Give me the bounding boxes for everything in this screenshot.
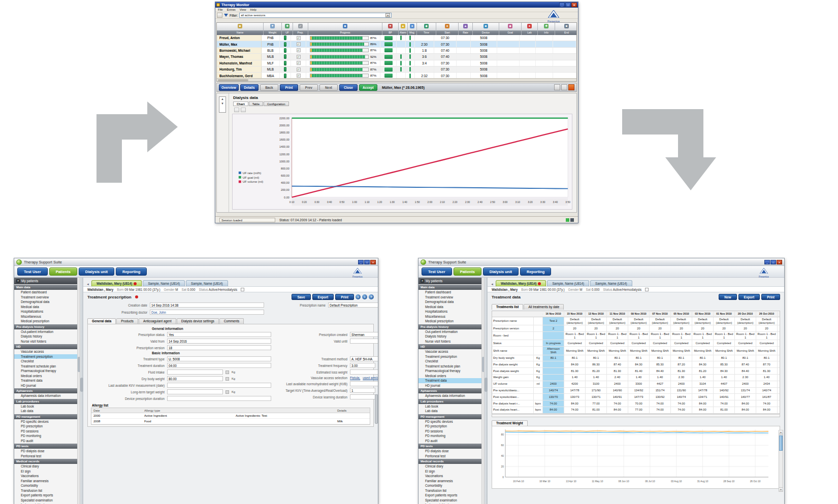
- panel-button[interactable]: [554, 84, 560, 90]
- chevron-down-icon[interactable]: ▼: [385, 13, 390, 17]
- sidebar-item-familiar-anamnesis[interactable]: Familiar anamnesis: [14, 479, 80, 484]
- menu-view[interactable]: View: [240, 8, 246, 11]
- sidebar-item-demographical-data[interactable]: Demographical data: [14, 299, 80, 305]
- sidebar-item-export-patients-reports[interactable]: Export patients reports: [418, 493, 484, 498]
- tab-products[interactable]: Products: [116, 318, 138, 324]
- sidebar-item-clinical-diary[interactable]: Clinical diary: [418, 464, 484, 469]
- patient-tab[interactable]: Walldistan, Mary (U814): [91, 280, 142, 286]
- field-input-treatment-frequency[interactable]: 3.00: [350, 363, 375, 368]
- column-header-goal[interactable]: ◆Goal: [499, 23, 522, 35]
- sidebar-item-patient-dashboard[interactable]: Patient dashboard: [14, 290, 80, 295]
- new-button[interactable]: New: [719, 294, 736, 300]
- sidebar-item-nurse-visit-folders[interactable]: Nurse visit folders: [14, 339, 80, 344]
- export-button[interactable]: Export: [312, 294, 334, 300]
- patient-tab[interactable]: Sample, Name (U814): [186, 280, 228, 286]
- menu-extras[interactable]: Extras: [227, 8, 236, 11]
- tab-scroll-left-icon[interactable]: ◄: [491, 283, 494, 286]
- patient-tab[interactable]: Sample, Name (U814): [590, 280, 632, 286]
- minimize-button[interactable]: _: [764, 260, 770, 264]
- sidebar-item-hd-journal[interactable]: HD journal: [14, 383, 80, 388]
- field-input-prescription-version[interactable]: 18: [167, 345, 271, 350]
- nav-patients[interactable]: Patients: [49, 267, 77, 276]
- field-input-prescription-name[interactable]: Default Prescription: [328, 303, 378, 308]
- sidebar-item-treatment-data[interactable]: Treatment data: [14, 378, 80, 383]
- date-column-header[interactable]: 03 Nov 2010: [692, 312, 714, 316]
- info-checkbox[interactable]: [645, 288, 649, 291]
- accept-button[interactable]: Accept: [359, 84, 377, 91]
- sidebar-item-medical-data[interactable]: Medical data: [418, 305, 484, 310]
- column-header-bp[interactable]: ♥BP: [382, 23, 399, 35]
- field-input-prescription-created[interactable]: Sherman: [350, 332, 378, 337]
- sidebar-item-pharmacological-therapy[interactable]: Pharmacological therapy: [14, 368, 80, 374]
- field-input-treatment-duration[interactable]: 04:00: [167, 363, 271, 368]
- sidebar-scrollbar[interactable]: [481, 278, 484, 504]
- print-button[interactable]: Print: [335, 294, 354, 300]
- patient-tab[interactable]: Sample, Name (U814): [547, 280, 589, 286]
- tab-dialysis-device-settings[interactable]: Dialysis device settings: [177, 318, 219, 324]
- sidebar-item-comorbidity[interactable]: Comorbidity: [14, 483, 80, 488]
- sidebar-item-pd-audit[interactable]: PD audit: [14, 439, 80, 444]
- column-header-info[interactable]: ✚Info: [538, 23, 555, 35]
- sidebar-item-medical-orders[interactable]: Medical orders: [418, 374, 484, 379]
- sidebar-item-demographical-data[interactable]: Demographical data: [418, 299, 484, 305]
- field-input-prescription-status[interactable]: Yes: [167, 332, 271, 337]
- toolbar-button[interactable]: [217, 13, 222, 18]
- table-row[interactable]: Müller, MaxPhB✓89%2:3007:305008: [217, 41, 576, 47]
- nav-reporting[interactable]: Reporting: [520, 267, 551, 276]
- field-input-device-learning-duration[interactable]: [350, 394, 378, 399]
- sidebar-item-treatment-data[interactable]: Treatment data: [418, 378, 484, 383]
- info-circle-button[interactable]: ?: [369, 294, 374, 299]
- scroll-up-icon[interactable]: ▲: [779, 430, 783, 434]
- sidebar-item-pd-prescription[interactable]: PD prescription: [418, 424, 484, 429]
- zoom-icon[interactable]: [241, 108, 246, 112]
- column-header-msg[interactable]: ●Msg.: [408, 23, 417, 35]
- back-button[interactable]: Back: [260, 84, 278, 91]
- sidebar-item-peritoneal-test[interactable]: Peritoneal test: [14, 454, 80, 459]
- patient-tab[interactable]: Sample, Name (U814): [143, 280, 185, 286]
- allergy-row[interactable]: 2008FoodMilk: [91, 419, 370, 424]
- close-button[interactable]: ✕: [370, 260, 376, 264]
- field-input-treatment-method[interactable]: A. HDF 5H-HA: [350, 356, 378, 361]
- sidebar-item-medical-prescription[interactable]: Medical prescription: [418, 319, 484, 324]
- field-input-prescribing-doctor[interactable]: Doe, John: [150, 310, 264, 315]
- sidebar-item-medical-orders[interactable]: Medical orders: [14, 374, 80, 379]
- details-button[interactable]: Details: [240, 84, 259, 91]
- sidebar-item-ei-sign[interactable]: EI sign: [418, 469, 484, 474]
- sidebar-item-treatment-prescription[interactable]: Treatment prescription: [14, 354, 80, 359]
- sidebar-item-specialist-examination[interactable]: Specialist examination: [418, 498, 484, 503]
- sidebar-item-vaccinations[interactable]: Vaccinations: [418, 474, 484, 479]
- column-header-uf[interactable]: ✚UF: [282, 23, 293, 35]
- tab-general-data[interactable]: General data: [87, 318, 116, 324]
- nav-patients[interactable]: Patients: [454, 267, 481, 276]
- vascular-access-link[interactable]: used arm/creation dates, self: [363, 376, 378, 380]
- menu-help[interactable]: Help: [250, 8, 256, 11]
- field-input-dry-body-weight[interactable]: 80.00: [167, 376, 223, 381]
- column-header-device[interactable]: ■Device: [473, 23, 499, 35]
- column-header-alarm[interactable]: ▲Alarm: [399, 23, 408, 35]
- field-input-device-prescription-duration[interactable]: [167, 396, 271, 401]
- sidebar-item-miscellaneous[interactable]: Miscellaneous: [418, 314, 484, 319]
- column-header-lab[interactable]: ●Lab: [522, 23, 538, 35]
- next-button[interactable]: Next: [319, 84, 338, 91]
- date-column-header[interactable]: 15 Nov 2010: [564, 312, 586, 316]
- date-column-header[interactable]: 16 Nov 2010: [543, 312, 564, 316]
- edge-splitter-handle[interactable]: [375, 394, 378, 424]
- print-icon[interactable]: [234, 108, 239, 112]
- sidebar-item-pd-dialysis-dose[interactable]: PD dialysis dose: [418, 449, 484, 454]
- sidebar-item-hospitalizations[interactable]: Hospitalizations: [14, 309, 80, 314]
- close-button[interactable]: ✕: [777, 260, 782, 264]
- panel-button[interactable]: [561, 84, 567, 90]
- field-input-fluid-intake[interactable]: [167, 369, 223, 375]
- tab-configuration[interactable]: Configuration: [264, 102, 289, 106]
- sidebar-item-lab-book[interactable]: Lab book: [418, 404, 484, 409]
- maximize-button[interactable]: □: [565, 3, 571, 7]
- date-column-header[interactable]: 11 Nov 2010: [607, 312, 628, 316]
- sidebar-item-peritoneal-test[interactable]: Peritoneal test: [418, 454, 484, 459]
- date-column-header[interactable]: 01 Nov 2010: [714, 312, 735, 316]
- menu-file[interactable]: File: [218, 8, 223, 11]
- sidebar-item-medical-data[interactable]: Medical data: [14, 305, 80, 310]
- table-row[interactable]: Homburg, TimMLB✓87%07:305008: [217, 66, 576, 73]
- overview-button[interactable]: Overview: [219, 84, 239, 91]
- maximize-button[interactable]: □: [364, 260, 370, 264]
- sidebar-item-aphaeresis-data-information[interactable]: Aphaeresis data information: [418, 393, 484, 398]
